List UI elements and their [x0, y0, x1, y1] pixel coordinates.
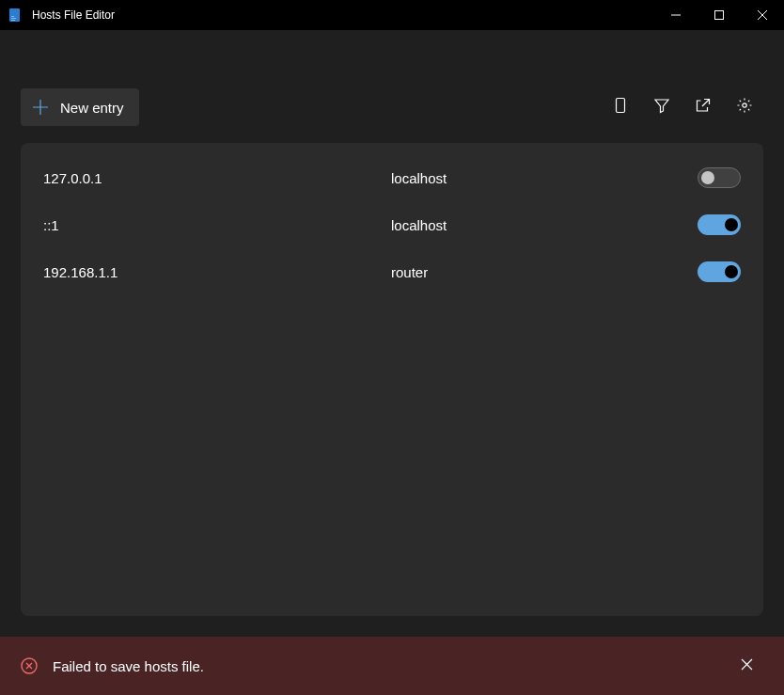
toggle-knob — [701, 171, 714, 184]
entry-ip: 127.0.0.1 — [43, 170, 391, 186]
entry-ip: 192.168.1.1 — [43, 264, 391, 280]
filter-button[interactable] — [643, 88, 681, 126]
error-message: Failed to save hosts file. — [53, 658, 729, 674]
window-controls — [654, 0, 784, 30]
open-external-icon — [695, 97, 712, 118]
filter-icon — [653, 97, 670, 118]
toolbar: New entry — [0, 88, 784, 126]
svg-rect-0 — [9, 8, 20, 22]
toolbar-actions — [602, 88, 763, 126]
close-icon — [741, 657, 753, 674]
maximize-button[interactable] — [698, 0, 741, 30]
entry-toggle[interactable] — [698, 167, 741, 188]
toggle-knob — [725, 218, 738, 231]
new-entry-button[interactable]: New entry — [21, 88, 139, 126]
app-icon — [8, 8, 23, 23]
svg-rect-5 — [715, 11, 724, 20]
entry-row[interactable]: ::1 localhost — [43, 201, 741, 248]
svg-point-7 — [743, 103, 746, 107]
gear-icon — [736, 97, 753, 118]
svg-rect-6 — [617, 99, 625, 113]
svg-rect-4 — [671, 15, 681, 16]
entry-host: router — [391, 264, 698, 280]
svg-rect-1 — [11, 16, 14, 17]
error-close-button[interactable] — [729, 649, 763, 683]
open-external-button[interactable] — [684, 88, 722, 126]
svg-rect-2 — [11, 18, 16, 19]
toggle-knob — [725, 265, 738, 278]
entry-row[interactable]: 192.168.1.1 router — [43, 248, 741, 295]
titlebar: Hosts File Editor — [0, 0, 784, 30]
plus-icon — [30, 97, 51, 118]
additional-lines-button[interactable] — [602, 88, 639, 126]
additional-lines-icon — [612, 97, 629, 118]
entries-panel: 127.0.0.1 localhost ::1 localhost 192.16… — [21, 143, 763, 616]
new-entry-label: New entry — [60, 100, 124, 116]
entry-ip: ::1 — [43, 217, 391, 233]
error-icon — [21, 657, 38, 674]
minimize-button[interactable] — [654, 0, 698, 30]
content-area: New entry — [0, 30, 784, 637]
entry-host: localhost — [391, 170, 698, 186]
entry-toggle[interactable] — [698, 261, 741, 282]
error-banner: Failed to save hosts file. — [0, 637, 784, 695]
entry-row[interactable]: 127.0.0.1 localhost — [43, 154, 741, 201]
entry-host: localhost — [391, 217, 698, 233]
settings-button[interactable] — [726, 88, 763, 126]
svg-rect-3 — [11, 20, 15, 21]
close-button[interactable] — [741, 0, 784, 30]
window-title: Hosts File Editor — [32, 8, 654, 22]
entry-toggle[interactable] — [698, 214, 741, 235]
